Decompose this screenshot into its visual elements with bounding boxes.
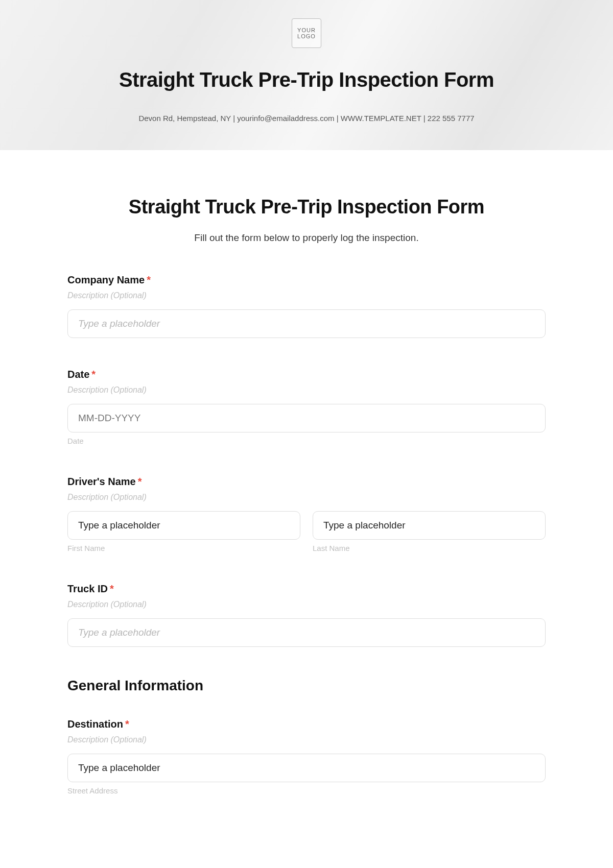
logo-text: YOUR LOGO [297, 27, 316, 39]
field-driver-name: Driver's Name* Description (Optional) Fi… [67, 476, 546, 552]
company-name-label: Company Name* [67, 274, 546, 286]
truck-id-description: Description (Optional) [67, 600, 546, 609]
company-name-label-text: Company Name [67, 274, 145, 285]
required-mark: * [147, 274, 151, 285]
driver-first-name-sublabel: First Name [67, 544, 300, 552]
driver-last-name-sublabel: Last Name [313, 544, 546, 552]
destination-label-text: Destination [67, 718, 123, 730]
page-subtitle: Fill out the form below to properly log … [67, 232, 546, 244]
required-mark: * [110, 583, 114, 594]
truck-id-input[interactable] [67, 618, 546, 647]
field-company-name: Company Name* Description (Optional) [67, 274, 546, 338]
destination-label: Destination* [67, 718, 546, 730]
company-name-input[interactable] [67, 309, 546, 338]
company-name-description: Description (Optional) [67, 291, 546, 300]
date-label-text: Date [67, 369, 89, 380]
section-general-information-heading: General Information [67, 678, 546, 694]
required-mark: * [125, 718, 129, 730]
page-title: Straight Truck Pre-Trip Inspection Form [67, 196, 546, 218]
driver-name-label: Driver's Name* [67, 476, 546, 488]
driver-first-name-input[interactable] [67, 511, 300, 540]
driver-name-description: Description (Optional) [67, 493, 546, 502]
date-description: Description (Optional) [67, 385, 546, 395]
destination-description: Description (Optional) [67, 735, 546, 744]
driver-last-name-input[interactable] [313, 511, 546, 540]
date-sublabel: Date [67, 437, 546, 445]
truck-id-label: Truck ID* [67, 583, 546, 595]
required-mark: * [138, 476, 142, 487]
required-mark: * [91, 369, 96, 380]
destination-street-input[interactable] [67, 754, 546, 782]
hero-banner: YOUR LOGO Straight Truck Pre-Trip Inspec… [0, 0, 613, 150]
field-truck-id: Truck ID* Description (Optional) [67, 583, 546, 647]
field-destination: Destination* Description (Optional) Stre… [67, 718, 546, 795]
driver-name-label-text: Driver's Name [67, 476, 136, 487]
logo-placeholder: YOUR LOGO [292, 18, 321, 48]
destination-street-sublabel: Street Address [67, 786, 546, 795]
form-container: Straight Truck Pre-Trip Inspection Form … [61, 150, 552, 815]
truck-id-label-text: Truck ID [67, 583, 108, 594]
hero-title: Straight Truck Pre-Trip Inspection Form [0, 68, 613, 91]
field-date: Date* Description (Optional) Date [67, 369, 546, 445]
hero-contact-line: Devon Rd, Hempstead, NY | yourinfo@email… [0, 114, 613, 123]
date-label: Date* [67, 369, 546, 380]
date-input[interactable] [67, 404, 546, 432]
